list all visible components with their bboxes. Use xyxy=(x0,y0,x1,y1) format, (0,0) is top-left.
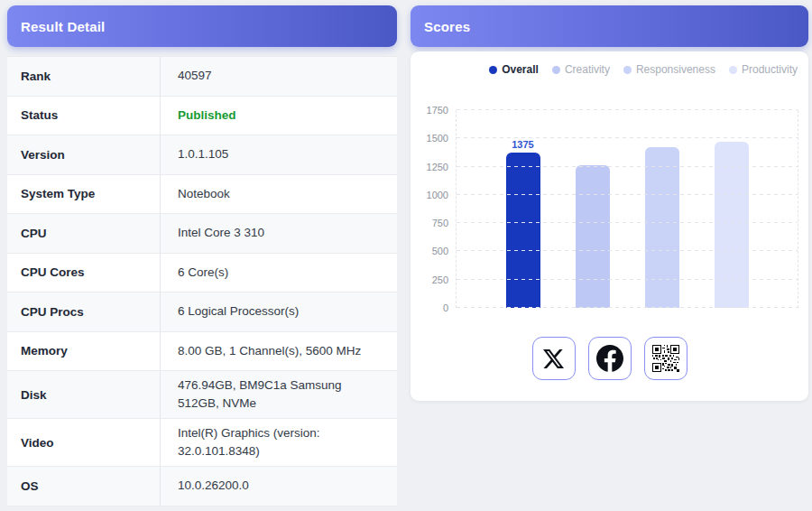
table-row: OS10.0.26200.0 xyxy=(7,467,397,506)
result-detail-header: Result Detail xyxy=(7,5,397,47)
y-tick-label: 1750 xyxy=(411,105,448,116)
row-value: 1.0.1.105 xyxy=(161,140,397,169)
gridline xyxy=(457,137,798,138)
table-row: Rank40597 xyxy=(7,57,397,97)
row-value: 6 Core(s) xyxy=(161,258,397,287)
table-row: System TypeNotebook xyxy=(7,175,397,215)
bar-value-label: 1375 xyxy=(497,139,549,150)
legend-label: Productivity xyxy=(742,63,798,76)
legend-dot-icon xyxy=(552,66,560,74)
row-value: Intel(R) Graphics (version: 32.0.101.834… xyxy=(161,419,397,466)
table-row: Version1.0.1.105 xyxy=(7,135,397,175)
row-value: 8.00 GB, 1 Channel(s), 5600 MHz xyxy=(161,337,397,366)
gridline xyxy=(457,109,798,110)
row-value: Intel Core 3 310 xyxy=(161,218,397,247)
row-value: Published xyxy=(161,101,397,130)
qr-code-icon xyxy=(652,345,679,372)
gridline xyxy=(457,222,798,223)
gridline xyxy=(457,307,798,308)
share-x-button[interactable] xyxy=(532,337,576,380)
y-tick-label: 1500 xyxy=(411,133,448,144)
y-tick-label: 250 xyxy=(411,274,448,285)
chart-legend: OverallCreativityResponsivenessProductiv… xyxy=(489,63,798,76)
table-row: Memory8.00 GB, 1 Channel(s), 5600 MHz xyxy=(7,332,397,372)
bar-rect xyxy=(576,165,610,308)
row-label: Version xyxy=(7,135,161,174)
share-facebook-button[interactable] xyxy=(588,337,632,380)
row-label: Disk xyxy=(7,371,161,418)
share-buttons-row xyxy=(411,337,808,380)
bar-rect xyxy=(715,142,749,308)
row-label: Rank xyxy=(7,57,161,96)
y-tick-label: 0 xyxy=(411,302,448,313)
legend-label: Overall xyxy=(502,63,539,76)
legend-item-productivity[interactable]: Productivity xyxy=(729,63,798,76)
legend-dot-icon xyxy=(623,66,632,74)
y-tick-label: 500 xyxy=(411,246,448,256)
row-label: CPU Procs xyxy=(7,293,161,331)
result-detail-table: Rank40597StatusPublishedVersion1.0.1.105… xyxy=(7,56,397,506)
share-qr-button[interactable] xyxy=(644,337,687,380)
table-row: StatusPublished xyxy=(7,97,397,136)
scores-bar-chart: 1375 xyxy=(456,110,798,308)
row-label: Memory xyxy=(7,332,161,371)
legend-label: Responsiveness xyxy=(636,63,715,76)
table-row: CPU Cores6 Core(s) xyxy=(7,254,397,293)
row-value: Notebook xyxy=(161,180,397,209)
y-tick-label: 750 xyxy=(411,218,448,228)
row-label: CPU Cores xyxy=(7,254,161,293)
table-row: VideoIntel(R) Graphics (version: 32.0.10… xyxy=(7,419,397,467)
y-tick-label: 1000 xyxy=(411,190,448,200)
facebook-icon xyxy=(596,345,623,372)
row-label: CPU xyxy=(7,214,161,253)
row-value: 40597 xyxy=(161,61,397,90)
bar-creativity xyxy=(576,165,610,308)
table-row: Disk476.94GB, BM9C1a Samsung 512GB, NVMe xyxy=(7,371,397,419)
bar-responsiveness xyxy=(645,147,679,308)
scores-header: Scores xyxy=(411,5,808,47)
y-tick-label: 1250 xyxy=(411,162,448,172)
row-value: 10.0.26200.0 xyxy=(161,471,397,500)
legend-dot-icon xyxy=(729,66,737,74)
legend-item-overall[interactable]: Overall xyxy=(489,63,539,76)
result-detail-title: Result Detail xyxy=(21,19,105,34)
scores-title: Scores xyxy=(424,19,470,34)
row-label: Video xyxy=(7,419,161,466)
row-label: System Type xyxy=(7,175,161,214)
table-row: CPU Procs6 Logical Processor(s) xyxy=(7,293,397,332)
legend-item-creativity[interactable]: Creativity xyxy=(552,63,610,76)
gridline xyxy=(457,194,798,195)
row-label: OS xyxy=(7,467,161,506)
legend-label: Creativity xyxy=(565,63,610,76)
gridline xyxy=(457,250,798,251)
gridline xyxy=(457,166,798,167)
scores-card: OverallCreativityResponsivenessProductiv… xyxy=(411,51,808,401)
bar-rect xyxy=(645,147,679,308)
legend-dot-icon xyxy=(489,66,497,74)
x-logo-icon xyxy=(543,348,564,369)
bar-rect xyxy=(506,153,540,308)
row-label: Status xyxy=(7,97,161,135)
table-row: CPUIntel Core 3 310 xyxy=(7,214,397,254)
gridline xyxy=(457,279,798,280)
bar-productivity xyxy=(715,142,749,308)
row-value: 6 Logical Processor(s) xyxy=(161,297,397,326)
legend-item-responsiveness[interactable]: Responsiveness xyxy=(623,63,715,76)
row-value: 476.94GB, BM9C1a Samsung 512GB, NVMe xyxy=(161,371,397,418)
bar-overall: 1375 xyxy=(506,153,540,308)
